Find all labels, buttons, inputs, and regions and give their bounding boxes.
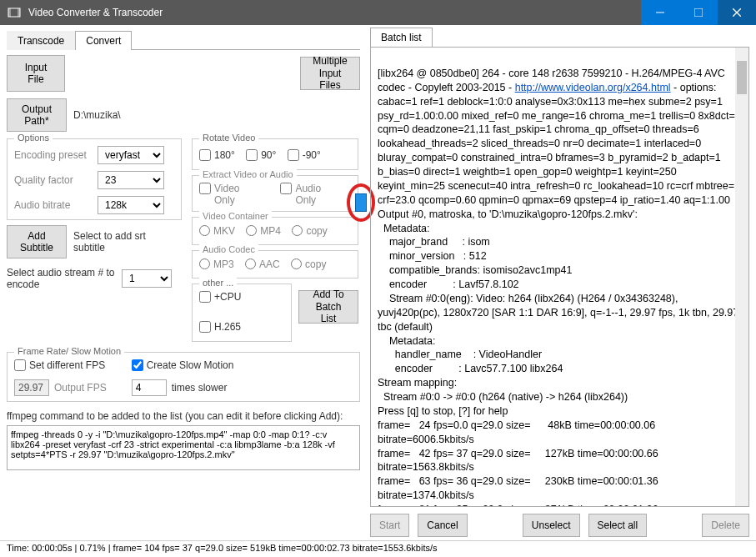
options-legend: Options [14,133,53,143]
acopy-radio[interactable]: copy [291,258,326,270]
tab-convert[interactable]: Convert [75,31,132,50]
encoding-preset-select[interactable]: veryfast [98,146,164,164]
add-subtitle-button[interactable]: Add Subtitle [7,225,67,258]
other-legend: other ... [199,278,237,288]
mp4-radio[interactable]: MP4 [246,225,281,237]
unselect-button[interactable]: Unselect [523,514,580,537]
cpu-checkbox[interactable]: +CPU [199,291,241,303]
main-tabs: Transcode Convert [7,30,360,50]
window-title: Video Converter & Transcoder [28,7,641,18]
output-fps-label: Output FPS [54,382,107,394]
times-slower-label: times slower [172,382,228,394]
audio-codec-group: Audio Codec MP3 AAC copy [192,250,358,278]
output-path-button[interactable]: Output Path* [7,98,67,132]
times-slower-input[interactable] [132,379,167,396]
rotate-group: Rotate Video 180° 90° -90° [192,138,358,170]
start-button: Start [370,514,409,537]
audio-codec-legend: Audio Codec [199,244,258,254]
add-to-batch-button[interactable]: Add To Batch List [298,290,358,324]
rotate-180-checkbox[interactable]: 180° [199,149,235,161]
batch-tabs: Batch list [370,27,749,48]
title-bar: Video Converter & Transcoder [0,0,756,25]
video-container-group: Video Container MKV MP4 copy [192,217,358,245]
app-icon [7,5,22,20]
other-group: other ... +CPU H.265 [192,284,292,342]
input-file-button[interactable]: Input File [7,55,65,92]
log-output[interactable]: [libx264 @ 0850dbe0] 264 - core 148 r263… [370,47,749,507]
svg-rect-2 [18,8,20,17]
maximize-button[interactable] [679,0,718,25]
select-all-button[interactable]: Select all [588,514,648,537]
quality-factor-label: Quality factor [14,174,98,186]
fps-legend: Frame Rate/ Slow Motion [14,346,124,356]
vcopy-radio[interactable]: copy [292,225,327,237]
rotate-90-checkbox[interactable]: 90° [246,149,276,161]
audio-stream-select[interactable]: 1 [122,269,172,288]
ffmpeg-cmd-textarea[interactable]: ffmpeg -threads 0 -y -i "D:\muzika\gopro… [7,425,360,470]
audio-only-checkbox[interactable]: Audio Only [280,183,321,206]
video-only-checkbox[interactable]: Video Only [199,183,239,206]
tab-transcode[interactable]: Transcode [7,31,75,50]
delete-button: Delete [702,514,749,537]
scroll-thumb[interactable] [355,193,367,212]
videolan-link[interactable]: http://www.videolan.org/x264.html [515,82,671,93]
create-slow-motion-checkbox[interactable]: Create Slow Motion [132,359,234,371]
rotate-neg90-checkbox[interactable]: -90° [288,149,321,161]
audio-bitrate-label: Audio bitrate [14,199,98,211]
minimize-button[interactable] [641,0,679,25]
mp3-radio[interactable]: MP3 [199,258,234,270]
log-scrollbar[interactable] [735,48,748,506]
extract-legend: Extract Video or Audio [199,169,297,179]
ffmpeg-cmd-label: ffmpeg command to be added to the list (… [7,410,360,422]
mkv-radio[interactable]: MKV [199,225,235,237]
status-bar: Time: 00:00:05s | 0.71% | frame= 104 fps… [0,540,756,557]
fps-group: Frame Rate/ Slow Motion Set different FP… [7,352,360,402]
video-container-legend: Video Container [199,211,272,221]
svg-rect-1 [8,8,11,17]
h265-checkbox[interactable]: H.265 [199,321,241,333]
cancel-button[interactable]: Cancel [418,514,467,537]
aac-radio[interactable]: AAC [245,258,280,270]
output-fps-input [14,379,49,396]
set-different-fps-checkbox[interactable]: Set different FPS [14,359,105,371]
subtitle-hint: Select to add srt subtitle [73,230,165,253]
output-path-value: D:\muzika\ [73,109,121,121]
rotate-legend: Rotate Video [199,133,258,143]
quality-factor-select[interactable]: 23 [98,171,164,189]
audio-stream-label: Select audio stream # to encode [7,267,115,290]
svg-rect-4 [694,8,703,17]
extract-group: Extract Video or Audio Video Only Audio … [192,175,358,212]
tab-batch-list[interactable]: Batch list [370,28,433,48]
close-button[interactable] [718,0,756,25]
encoding-preset-label: Encoding preset [14,149,98,161]
options-group: Options Encoding preset veryfast Quality… [7,138,182,220]
audio-bitrate-select[interactable]: 128k [98,196,164,214]
multiple-input-files-button[interactable]: Multiple Input Files [300,57,360,90]
